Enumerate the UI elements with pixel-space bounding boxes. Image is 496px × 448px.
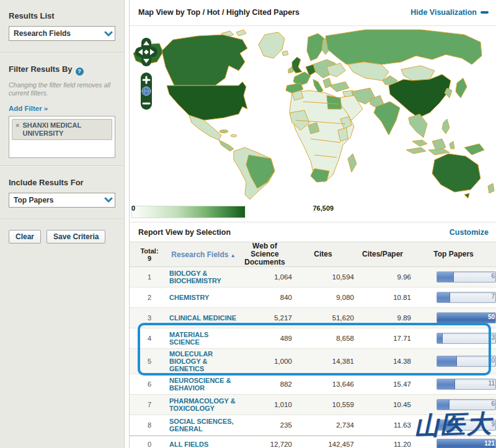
column-cites[interactable]: Cites [292, 250, 354, 258]
column-cites-per-paper[interactable]: Cites/Paper [354, 250, 411, 258]
legend-max-label: 76,509 [313, 204, 334, 212]
legend-min-label: 0 [131, 204, 135, 212]
minus-icon [480, 11, 489, 14]
table-header-row: Total:9 Research Fields ▲ Web of Science… [130, 242, 496, 267]
row-rank: 2 [130, 294, 169, 301]
world-map[interactable] [130, 26, 496, 203]
top-papers-bar: 6 [436, 271, 496, 283]
map-pan-control[interactable] [135, 37, 158, 69]
row-field-link[interactable]: MOLECULAR BIOLOGY & GENETICS [169, 350, 237, 372]
top-papers-value: 7 [491, 293, 495, 300]
main-panel: Map View by Top / Hot / Highly Cited Pap… [129, 0, 496, 448]
table-row[interactable]: 2 CHEMISTRY 840 9,080 10.81 7 [130, 288, 496, 308]
table-row[interactable]: 8 SOCIAL SCIENCES, GENERAL 235 2,734 11.… [130, 415, 496, 436]
row-docs: 489 [237, 335, 292, 342]
save-criteria-button[interactable]: Save Criteria [46, 230, 105, 244]
row-cites: 9,080 [292, 294, 354, 301]
map-header: Map View by Top / Hot / Highly Cited Pap… [130, 0, 496, 26]
report-table: Total:9 Research Fields ▲ Web of Science… [130, 242, 496, 448]
results-list-selected-value: Research Fields [14, 29, 102, 38]
top-papers-value: 50 [488, 314, 495, 320]
row-docs: 1,010 [237, 401, 292, 408]
top-papers-value: 9 [491, 421, 495, 428]
map-zoom-control[interactable] [140, 72, 153, 113]
report-header: Report View by Selection Customize [130, 222, 496, 242]
row-rank: 8 [130, 421, 169, 429]
row-field-link[interactable]: CLINICAL MEDICINE [169, 314, 237, 322]
top-papers-value: 6 [491, 400, 495, 407]
table-row[interactable]: 0 ALL FIELDS 12,720 142,457 11.20 121 [130, 436, 496, 448]
filter-chip[interactable]: × SHANXI MEDICAL UNIVERSITY [12, 119, 112, 140]
top-papers-bar: 121 [436, 439, 496, 448]
filter-chip-label: SHANXI MEDICAL UNIVERSITY [22, 121, 108, 138]
column-research-fields[interactable]: Research Fields ▲ [169, 250, 237, 259]
table-row[interactable]: 6 NEUROSCIENCE & BEHAVIOR 882 13,646 15.… [130, 374, 496, 395]
help-icon[interactable]: ? [76, 68, 84, 76]
row-cites: 10,594 [292, 273, 354, 281]
row-field-link[interactable]: ALL FIELDS [169, 441, 237, 448]
row-cites-per-paper: 15.47 [354, 380, 411, 388]
column-top-papers[interactable]: Top Papers [411, 250, 496, 258]
map-box [130, 26, 496, 203]
top-papers-bar-fill [437, 420, 453, 430]
row-docs: 840 [237, 294, 292, 301]
table-row[interactable]: 3 CLINICAL MEDICINE 5,217 51,620 9.89 50 [130, 308, 496, 328]
row-cites-per-paper: 9.96 [354, 273, 411, 281]
top-papers-bar: 7 [436, 292, 496, 303]
top-papers-bar: 3 [436, 333, 496, 344]
table-row[interactable]: 5 MOLECULAR BIOLOGY & GENETICS 1,000 14,… [130, 349, 496, 374]
clear-button[interactable]: Clear [9, 230, 41, 244]
top-papers-bar-fill [437, 379, 455, 389]
top-papers-bar: 10 [436, 356, 496, 367]
row-field-link[interactable]: NEUROSCIENCE & BEHAVIOR [169, 377, 237, 392]
top-papers-bar-fill [437, 313, 495, 323]
row-field-link[interactable]: MATERIALS SCIENCE [169, 331, 237, 346]
row-field-link[interactable]: PHARMACOLOGY & TOXICOLOGY [169, 397, 237, 412]
top-papers-value: 10 [488, 357, 495, 364]
remove-filter-icon[interactable]: × [16, 121, 19, 130]
globe-icon [142, 87, 151, 95]
map-title: Map View by Top / Hot / Highly Cited Pap… [138, 8, 299, 17]
row-rank: 7 [130, 401, 169, 408]
results-list-heading: Results List [9, 11, 117, 20]
row-cites-per-paper: 11.63 [354, 421, 411, 429]
table-row[interactable]: 7 PHARMACOLOGY & TOXICOLOGY 1,010 10,559… [130, 395, 496, 415]
table-row[interactable]: 4 MATERIALS SCIENCE 489 8,658 17.71 3 [130, 328, 496, 349]
top-papers-bar-fill [437, 272, 454, 282]
row-cites-per-paper: 10.81 [354, 294, 411, 301]
row-docs: 235 [237, 421, 292, 429]
row-rank: 3 [130, 314, 169, 322]
top-papers-value: 3 [491, 334, 495, 341]
esi-app: Results List Research Fields Filter Resu… [0, 0, 496, 448]
include-results-select[interactable]: Top Papers [9, 193, 115, 208]
row-field-link[interactable]: SOCIAL SCIENCES, GENERAL [169, 418, 237, 433]
top-papers-bar: 11 [436, 379, 496, 390]
hide-visualization-link[interactable]: Hide Visualization [410, 8, 489, 17]
map-countries[interactable] [133, 30, 494, 200]
row-field-link[interactable]: CHEMISTRY [169, 294, 237, 301]
row-cites: 14,381 [292, 358, 354, 365]
filter-results-heading: Filter Results By? [9, 64, 117, 76]
customize-link[interactable]: Customize [450, 228, 489, 237]
top-papers-bar-fill [437, 333, 443, 343]
row-cites-per-paper: 11.20 [354, 441, 411, 448]
row-cites: 142,457 [292, 441, 354, 448]
row-rank: 4 [130, 335, 169, 342]
filter-note: Changing the filter field removes all cu… [9, 81, 117, 97]
row-cites: 51,620 [292, 314, 354, 322]
table-body: 1 BIOLOGY & BIOCHEMISTRY 1,064 10,594 9.… [130, 267, 496, 448]
add-filter-link[interactable]: Add Filter » [9, 105, 48, 112]
table-row[interactable]: 1 BIOLOGY & BIOCHEMISTRY 1,064 10,594 9.… [130, 267, 496, 288]
chevron-down-icon [102, 193, 115, 207]
row-cites-per-paper: 10.45 [354, 401, 411, 408]
top-papers-value: 11 [489, 380, 495, 387]
row-docs: 882 [237, 380, 292, 388]
results-list-select[interactable]: Research Fields [9, 26, 115, 41]
row-cites-per-paper: 17.71 [354, 335, 411, 342]
legend-gradient-bar [131, 206, 246, 218]
row-field-link[interactable]: BIOLOGY & BIOCHEMISTRY [169, 270, 237, 284]
column-wos-documents[interactable]: Web of Science Documents [237, 242, 292, 266]
report-title: Report View by Selection [138, 228, 231, 237]
row-docs: 5,217 [237, 314, 292, 322]
sidebar: Results List Research Fields Filter Resu… [0, 0, 125, 448]
